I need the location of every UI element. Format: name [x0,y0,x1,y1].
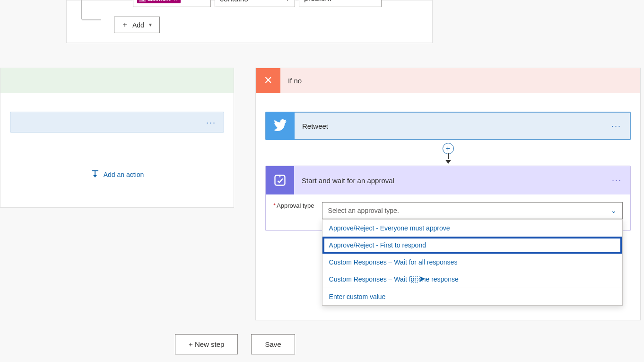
approval-type-dropdown-list: Approve/Reject - Everyone must approve A… [322,219,623,306]
condition-field-input[interactable]: fxtadswor...✕ [133,0,211,7]
more-icon[interactable]: ··· [611,121,621,131]
if-no-card: ✕ If no Retweet ··· + [255,68,641,320]
condition-value-text: problem [304,0,331,2]
add-condition-button[interactable]: ＋ Add ▼ [114,17,160,33]
condition-card: fxtadswor...✕ contains ▼ problem ··· ＋ A… [66,0,433,43]
chevron-down-icon: ⌄ [611,207,617,214]
chevron-down-icon: ▼ [285,0,290,2]
condition-operator-select[interactable]: contains ▼ [215,0,295,7]
add-condition-label: Add [132,21,144,29]
more-icon[interactable]: ··· [612,176,622,185]
add-step-connector[interactable]: + [265,143,631,164]
dropdown-placeholder: Select an approval type. [328,207,399,214]
if-yes-card: ··· Add an action [0,68,234,208]
plus-icon: ＋ [121,20,129,30]
dropdown-option-selected[interactable]: Approve/Reject - First to respond ⬚➤ [322,237,622,254]
dropdown-custom-value[interactable]: Enter custom value [322,288,622,305]
approval-type-label: *Approval type [273,202,314,209]
if-no-title: If no [288,77,302,85]
chevron-down-icon: ▼ [148,22,153,27]
dropdown-option[interactable]: Custom Responses – Wait for one response [322,271,622,288]
plus-circle-icon[interactable]: + [443,143,454,154]
add-action-label: Add an action [104,171,144,178]
yes-action-row[interactable]: ··· [10,112,224,132]
dropdown-option[interactable]: Custom Responses – Wait for all response… [322,254,622,271]
close-icon: ✕ [256,68,280,93]
new-step-button[interactable]: + New step [175,334,238,354]
condition-row-more-icon[interactable]: ··· [385,0,398,4]
tag-remove-icon[interactable]: ✕ [174,0,178,2]
twitter-icon [266,112,295,140]
add-action-button[interactable]: Add an action [10,170,224,179]
approval-type-dropdown[interactable]: Select an approval type. ⌄ Approve/Rejec… [322,202,623,219]
approval-action-card: Start and wait for an approval ··· *Appr… [265,166,631,231]
if-yes-header [0,68,234,93]
approval-icon [266,166,294,194]
condition-value-input[interactable]: problem [299,0,382,7]
approval-title: Start and wait for an approval [302,177,394,185]
if-no-header: ✕ If no [256,68,640,93]
arrow-down-icon [445,160,451,164]
retweet-label: Retweet [302,122,328,130]
save-button[interactable]: Save [251,334,295,354]
approval-header[interactable]: Start and wait for an approval ··· [266,166,630,194]
condition-operator-value: contains [220,0,248,3]
more-icon[interactable]: ··· [206,118,216,128]
condition-tag-label: tadswor... [148,0,172,2]
dropdown-option[interactable]: Approve/Reject - Everyone must approve [322,220,622,237]
insert-action-icon [90,170,100,179]
retweet-action-card[interactable]: Retweet ··· [265,112,631,140]
